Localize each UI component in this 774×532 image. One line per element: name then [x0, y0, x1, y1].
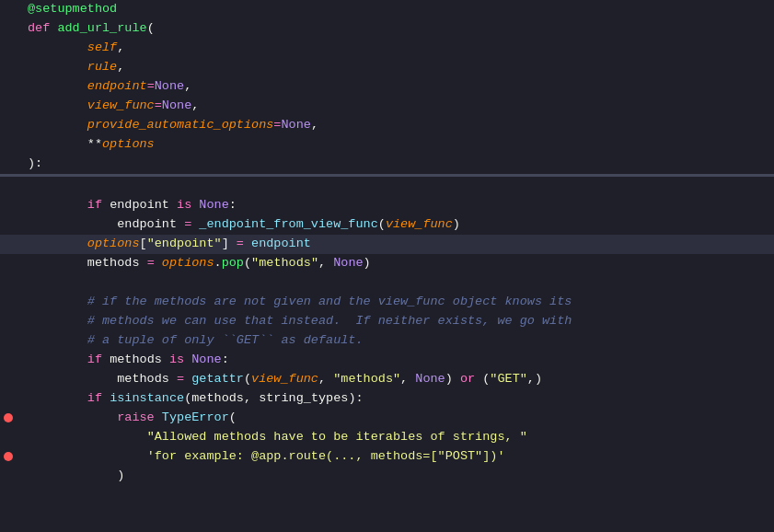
token-paren: ) — [535, 372, 542, 386]
line-content: if endpoint is None: — [28, 196, 774, 215]
token-bracket: ] — [222, 237, 237, 250]
token-indent — [28, 118, 87, 132]
token-string: "endpoint" — [147, 237, 222, 250]
line-2: def add_url_rule( — [0, 19, 774, 39]
code-editor: @setupmethoddef add_url_rule( self, rule… — [0, 0, 774, 532]
token-blue-var: TypeError — [162, 411, 229, 424]
token-indent — [28, 372, 117, 386]
token-bracket: [ — [140, 237, 147, 250]
token-comment: # if the methods are not given and the v… — [87, 295, 572, 308]
token-double-star: ** — [87, 137, 102, 151]
line-content: view_func=None, — [28, 97, 774, 116]
token-string: "Allowed methods have to be iterables of… — [147, 430, 527, 444]
line-21: methods = getattr(view_func, "methods", … — [0, 370, 774, 389]
token-keyword: raise — [117, 411, 162, 424]
line-content: "Allowed methods have to be iterables of… — [28, 428, 774, 447]
token-indent — [28, 60, 87, 74]
line-3: self, — [0, 39, 774, 58]
token-comma: , — [311, 118, 318, 132]
token-paren: ( — [229, 411, 237, 424]
line-20: if methods is None: — [0, 351, 774, 370]
token-colon: : — [356, 391, 364, 405]
token-paren: ) — [445, 372, 460, 386]
token-comma: , — [117, 60, 124, 74]
token-keyword: is — [169, 353, 191, 366]
line-15: methods = options.pop("methods", None) — [0, 254, 774, 273]
line-content: if methods is None: — [28, 351, 774, 370]
token-equals: = — [147, 79, 155, 93]
line-14: options["endpoint"] = endpoint — [0, 235, 774, 254]
token-param: view_func — [87, 98, 155, 112]
token-param: rule — [87, 60, 117, 74]
line-11 — [0, 177, 774, 196]
line-26: ) — [0, 467, 774, 486]
line-17: # if the methods are not given and the v… — [0, 293, 774, 312]
token-comma: , — [184, 79, 191, 93]
token-equals: = — [155, 98, 162, 112]
line-content: methods = options.pop("methods", None) — [28, 254, 774, 273]
line-6: view_func=None, — [0, 97, 774, 116]
token-blue-var: _endpoint_from_view_func — [199, 217, 377, 231]
token-keyword: if — [87, 391, 110, 405]
line-22: if isinstance(methods, string_types): — [0, 389, 774, 409]
line-content: # if the methods are not given and the v… — [28, 293, 774, 312]
token-colon: : — [222, 353, 229, 366]
line-content: # methods we can use that instead. If ne… — [28, 312, 774, 331]
token-indent — [28, 198, 87, 212]
token-paren: ) — [364, 256, 371, 270]
line-content: ) — [28, 467, 774, 486]
line-13: endpoint = _endpoint_from_view_func(view… — [0, 215, 774, 235]
line-5: endpoint=None, — [0, 77, 774, 97]
token-none-val: None — [199, 198, 228, 212]
token-comma: , — [527, 372, 535, 386]
token-paren: ) — [117, 468, 124, 482]
line-content: raise TypeError( — [28, 409, 774, 428]
token-blue-var: isinstance — [110, 391, 184, 405]
token-comma: , — [318, 372, 333, 386]
token-paren: ( — [147, 21, 155, 35]
line-content: options["endpoint"] = endpoint — [28, 235, 774, 254]
token-comment: # methods we can use that instead. If ne… — [87, 314, 572, 328]
token-comma: , — [318, 256, 333, 270]
token-none-val: None — [333, 256, 363, 270]
token-paren: ( — [378, 217, 386, 231]
line-content: # a tuple of only ``GET`` as default. — [28, 331, 774, 351]
token-method-call: pop — [222, 256, 244, 270]
breakpoint-indicator — [4, 452, 13, 461]
token-options-var: options — [162, 256, 214, 270]
token-options-var: options — [102, 137, 155, 151]
breakpoint-indicator — [4, 413, 13, 422]
token-none-val: None — [155, 79, 184, 93]
line-content: def add_url_rule( — [28, 19, 774, 39]
token-indent — [28, 391, 87, 405]
token-string: "GET" — [490, 372, 527, 386]
token-paren: ) — [453, 217, 460, 231]
line-12: if endpoint is None: — [0, 196, 774, 215]
token-none-val: None — [191, 353, 221, 366]
token-indent — [28, 40, 87, 54]
token-dot: . — [214, 256, 222, 270]
line-content: @setupmethod — [28, 0, 774, 19]
token-indent — [28, 79, 87, 93]
token-colon: : — [229, 198, 237, 212]
token-indent — [28, 295, 87, 308]
token-indent — [28, 468, 117, 482]
token-indent — [28, 449, 147, 463]
token-comment: # a tuple of only ``GET`` as default. — [87, 333, 364, 347]
line-content: endpoint = _endpoint_from_view_func(view… — [28, 215, 774, 235]
token-comma: , — [117, 40, 124, 54]
token-blue-var: endpoint — [251, 237, 311, 250]
token-indent — [28, 256, 87, 270]
token-paren-close: ): — [28, 156, 42, 170]
token-paren: ( — [244, 372, 251, 386]
token-param: self — [87, 40, 117, 54]
token-comma: , — [400, 372, 415, 386]
line-content: **options — [28, 135, 774, 155]
line-content: provide_automatic_options=None, — [28, 116, 774, 135]
token-comma: , — [244, 391, 259, 405]
token-operator: = — [177, 372, 191, 386]
line-8: **options — [0, 135, 774, 155]
line-19: # a tuple of only ``GET`` as default. — [0, 331, 774, 351]
token-string: "methods" — [251, 256, 318, 270]
token-variable: endpoint — [110, 198, 177, 212]
